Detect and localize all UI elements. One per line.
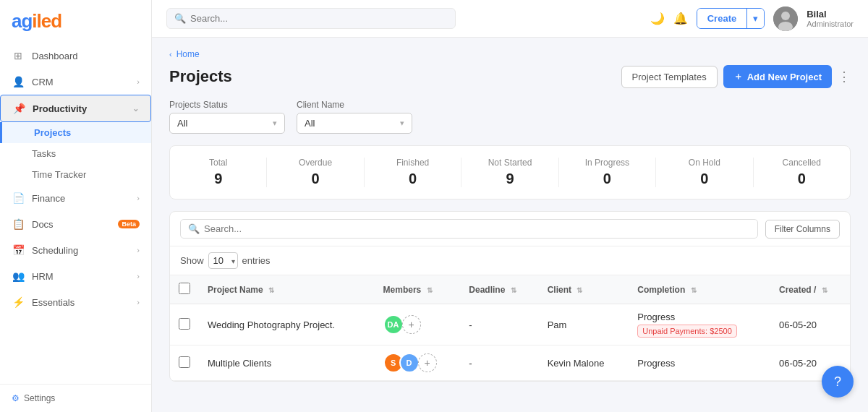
header-project-name[interactable]: Project Name ⇅ [199,275,375,304]
completion-value: Progress [637,312,762,322]
stat-on-hold: On Hold 0 [656,158,753,187]
stat-in-progress: In Progress 0 [559,158,656,187]
sidebar-item-hrm[interactable]: 👥 HRM › [0,263,151,289]
client-filter-value: All [305,118,315,129]
sidebar-sub-item-projects[interactable]: Projects [0,122,151,143]
create-dropdown-button[interactable]: ▾ [746,9,764,28]
client-filter-select[interactable]: All ▾ [297,113,412,134]
page-title: Projects [169,67,232,86]
row-project-name: Wedding Photography Project. [199,304,375,346]
col-label: Deadline [469,285,505,295]
stat-overdue: Overdue 0 [267,158,364,187]
sidebar-item-essentials[interactable]: ⚡ Essentials › [0,289,151,315]
col-label: Completion [637,285,685,295]
dark-mode-button[interactable]: 🌙 [650,12,665,25]
user-role: Administrator [807,20,854,28]
notifications-button[interactable]: 🔔 [673,12,688,25]
docs-icon: 📋 [12,218,25,231]
row-client: Pam [539,304,629,346]
search-icon: 🔍 [174,13,186,24]
hrm-icon: 👥 [12,270,25,283]
chevron-down-icon: ▾ [273,119,277,128]
create-main-button[interactable]: Create [697,9,746,28]
main-area: 🔍 🌙 🔔 Create ▾ Bilal Administrator ‹ Hom… [152,0,868,412]
add-member-button[interactable]: + [418,353,437,372]
projects-table-section: 🔍 Filter Columns Show 10 25 50 entries [169,211,851,382]
member-avatar: D [399,353,420,373]
created-value: 06-05-20 [779,358,817,369]
productivity-icon: 📌 [12,102,25,115]
header-members[interactable]: Members ⇅ [375,275,461,304]
settings-item[interactable]: ⚙ Settings [0,384,151,412]
chevron-down-icon: ▾ [400,119,404,128]
global-search-bar[interactable]: 🔍 [166,8,456,29]
topbar-right: 🌙 🔔 Create ▾ Bilal Administrator [650,7,854,31]
header-completion[interactable]: Completion ⇅ [629,275,770,304]
sub-item-label: Tasks [32,148,56,159]
member-avatar: DA [383,314,404,335]
sidebar-sub-item-time-tracker[interactable]: Time Tracker [0,164,151,185]
project-templates-button[interactable]: Project Templates [621,66,718,88]
row-checkbox[interactable] [179,356,190,368]
status-filter-select[interactable]: All ▾ [169,113,285,134]
status-filter-label: Projects Status [169,100,285,110]
client-value: Kevin Malone [548,358,605,369]
unpaid-badge: Unpaid Payments: $2500 [637,325,737,338]
finance-icon: 📄 [12,192,25,205]
header-created[interactable]: Created / ⇅ [770,275,850,304]
deadline-value: - [469,358,472,369]
chevron-down-icon: ⌄ [132,104,139,113]
help-button[interactable]: ? [822,366,854,398]
entries-wrapper: 10 25 50 [208,252,238,269]
sort-icon: ⇅ [691,286,697,294]
sidebar-item-label: Finance [32,193,65,204]
breadcrumb-home[interactable]: Home [176,49,200,59]
table-row: Multiple Clients S D + - [170,346,850,381]
add-member-button[interactable]: + [402,315,421,334]
add-new-project-button[interactable]: ＋ Add New Project [723,65,832,88]
select-all-checkbox[interactable] [179,283,190,294]
entries-select[interactable]: 10 25 50 [208,252,238,269]
table-header-row: Project Name ⇅ Members ⇅ Deadline ⇅ Cl [170,275,850,304]
sidebar-item-dashboard[interactable]: ⊞ Dashboard [0,43,151,69]
projects-table: Project Name ⇅ Members ⇅ Deadline ⇅ Cl [170,275,850,381]
project-name-text: Multiple Clients [208,358,271,369]
add-new-label: Add New Project [747,72,822,82]
completion-value: Progress [637,358,762,369]
row-members: S D + [375,346,461,381]
sidebar-item-productivity[interactable]: 📌 Productivity ⌄ [0,95,151,122]
row-checkbox[interactable] [179,318,190,330]
row-members: DA + [375,304,461,346]
content-area: ‹ Home Projects Project Templates ＋ Add … [152,38,868,412]
stat-on-hold-label: On Hold [656,158,752,168]
table-toolbar: 🔍 Filter Columns [170,212,850,246]
sub-item-label: Projects [34,127,71,138]
sidebar-item-crm[interactable]: 👤 CRM › [0,69,151,95]
filter-columns-button[interactable]: Filter Columns [765,220,840,239]
stat-overdue-value: 0 [267,171,363,187]
breadcrumb[interactable]: ‹ Home [169,49,851,59]
stat-total-value: 9 [170,171,266,187]
show-entries-bar: Show 10 25 50 entries [170,246,850,275]
table-search-bar[interactable]: 🔍 [180,219,758,239]
sidebar-item-finance[interactable]: 📄 Finance › [0,185,151,211]
sidebar-item-docs[interactable]: 📋 Docs Beta [0,211,151,237]
header-deadline[interactable]: Deadline ⇅ [460,275,538,304]
sidebar-item-label: Scheduling [32,245,78,256]
sidebar-item-scheduling[interactable]: 📅 Scheduling › [0,237,151,263]
filters-bar: Projects Status All ▾ Client Name All ▾ [169,100,851,134]
search-input[interactable] [190,13,448,24]
stat-cancelled-value: 0 [754,171,850,187]
header-client[interactable]: Client ⇅ [539,275,629,304]
sidebar-item-label: Essentials [32,297,75,308]
settings-label: Settings [24,393,55,403]
row-client: Kevin Malone [539,346,629,381]
stat-on-hold-value: 0 [656,171,752,187]
scheduling-icon: 📅 [12,244,25,257]
sidebar-sub-item-tasks[interactable]: Tasks [0,143,151,164]
stat-finished-value: 0 [365,171,461,187]
crm-icon: 👤 [12,75,25,88]
sidebar: agiled ⊞ Dashboard 👤 CRM › 📌 Productivit… [0,0,152,412]
more-options-button[interactable]: ⋮ [838,69,851,85]
table-search-input[interactable] [204,223,750,234]
